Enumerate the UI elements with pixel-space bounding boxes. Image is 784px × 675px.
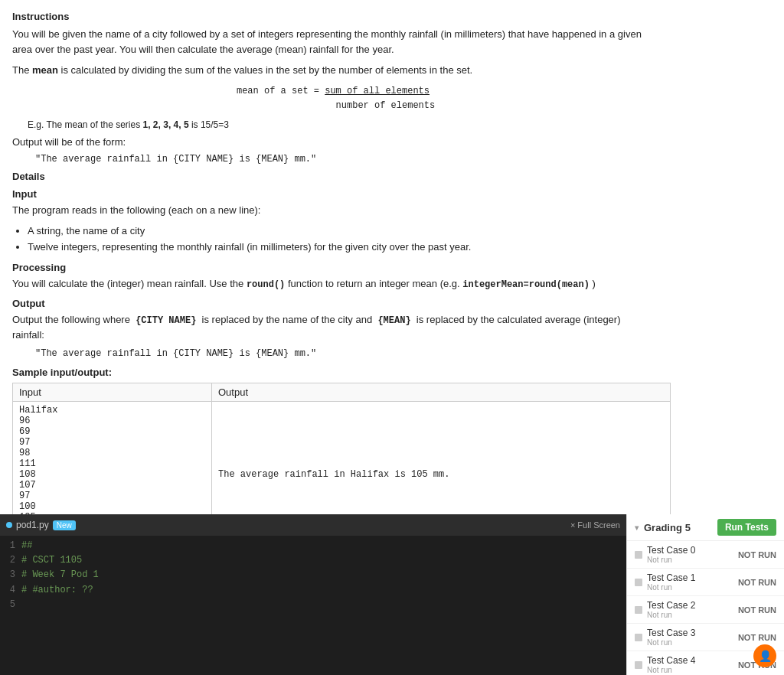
- test-case-info-1: Test Case 1 Not run: [647, 572, 695, 592]
- output-desc: Output the following where {CITY NAME} i…: [12, 312, 654, 343]
- input-heading: Input: [12, 188, 654, 200]
- test-case-name-2: Test Case 2: [647, 600, 695, 611]
- test-case-item-2[interactable]: Test Case 2 Not run NOT RUN: [627, 596, 784, 624]
- bottom-area: pod1.py New × Full Screen 1 ## 2 # CSCT …: [0, 514, 784, 675]
- test-case-icon-3: [635, 634, 642, 641]
- example-text: E.g. The mean of the series 1, 2, 3, 4, …: [28, 119, 654, 130]
- output-form-label: Output will be of the form:: [12, 136, 654, 148]
- input-col-header: Input: [13, 383, 212, 402]
- not-run-badge-3: NOT RUN: [738, 633, 776, 642]
- fullscreen-button[interactable]: × Full Screen: [570, 520, 620, 530]
- editor-content[interactable]: 1 ## 2 # CSCT 1105 3 # Week 7 Pod 1 4 # …: [0, 536, 626, 675]
- test-case-item-1[interactable]: Test Case 1 Not run NOT RUN: [627, 569, 784, 596]
- line-code-3: # Week 7 Pod 1: [21, 568, 99, 582]
- input-bullets: A string, the name of a city Twelve inte…: [28, 223, 654, 256]
- chevron-icon: ▾: [635, 523, 639, 532]
- mean-formula: mean of a set = sum of all elements numb…: [12, 84, 654, 113]
- profile-icon[interactable]: 👤: [753, 644, 776, 667]
- test-case-info-4: Test Case 4 Not run: [647, 655, 695, 674]
- test-case-sub-2: Not run: [647, 611, 695, 619]
- line-number-4: 4: [6, 583, 15, 598]
- grading-label: Grading: [644, 522, 682, 533]
- line-number-1: 1: [6, 539, 15, 553]
- main-content: Instructions You will be given the name …: [0, 0, 666, 559]
- line-code-2: # CSCT 1105: [21, 553, 82, 568]
- test-case-info-2: Test Case 2 Not run: [647, 600, 695, 619]
- test-case-sub-3: Not run: [647, 638, 695, 647]
- line-number-5: 5: [6, 598, 15, 612]
- line-code-1: ##: [21, 539, 32, 553]
- test-case-left-1: Test Case 1 Not run: [635, 572, 695, 592]
- instructions-title: Instructions: [12, 11, 654, 22]
- input-bullet-2: Twelve integers, representing the monthl…: [28, 240, 654, 256]
- test-case-icon-4: [635, 661, 642, 669]
- processing-desc: You will calculate the (integer) mean ra…: [12, 276, 654, 292]
- line-number-2: 2: [6, 553, 15, 568]
- grading-title: ▾ Grading 5: [635, 522, 691, 533]
- output-heading: Output: [12, 298, 654, 309]
- output-col-header: Output: [212, 383, 671, 402]
- editor-line-3: 3 # Week 7 Pod 1: [6, 568, 620, 582]
- intro-paragraph: You will be given the name of a city fol…: [12, 27, 654, 57]
- editor-tab[interactable]: pod1.py New: [6, 520, 76, 530]
- editor-line-4: 4 # #author: ??: [6, 583, 620, 598]
- editor-line-5: 5: [6, 598, 620, 612]
- details-heading: Details: [12, 171, 654, 182]
- not-run-badge-0: NOT RUN: [738, 550, 776, 559]
- run-tests-button[interactable]: Run Tests: [717, 519, 776, 536]
- input-desc: The program reads in the following (each…: [12, 203, 654, 218]
- fullscreen-label: × Full Screen: [570, 520, 620, 530]
- test-case-icon-0: [635, 551, 642, 559]
- test-case-info-3: Test Case 3 Not run: [647, 628, 695, 647]
- input-bullet-1: A string, the name of a city: [28, 223, 654, 240]
- test-case-sub-4: Not run: [647, 666, 695, 674]
- test-case-name-3: Test Case 3: [647, 628, 695, 638]
- not-run-badge-2: NOT RUN: [738, 605, 776, 615]
- test-case-sub-1: Not run: [647, 583, 695, 592]
- profile-avatar: 👤: [759, 650, 772, 662]
- output-final-code: "The average rainfall in {CITY NAME} is …: [35, 348, 654, 359]
- test-case-sub-0: Not run: [647, 556, 695, 564]
- test-case-left-2: Test Case 2 Not run: [635, 600, 695, 619]
- not-run-badge-1: NOT RUN: [738, 578, 776, 587]
- line-number-3: 3: [6, 568, 15, 582]
- test-case-left-4: Test Case 4 Not run: [635, 655, 695, 674]
- grading-header: ▾ Grading 5 Run Tests: [627, 514, 784, 541]
- tab-dot-icon: [6, 522, 12, 528]
- editor-line-1: 1 ##: [6, 539, 620, 553]
- line-code-4: # #author: ??: [21, 583, 93, 598]
- test-case-left-0: Test Case 0 Not run: [635, 545, 695, 564]
- output-form-code: "The average rainfall in {CITY NAME} is …: [35, 154, 654, 165]
- test-case-item-0[interactable]: Test Case 0 Not run NOT RUN: [627, 541, 784, 569]
- grading-count: 5: [685, 522, 691, 533]
- new-badge: New: [53, 520, 76, 530]
- test-case-info-0: Test Case 0 Not run: [647, 545, 695, 564]
- editor-line-2: 2 # CSCT 1105: [6, 553, 620, 568]
- test-case-name-4: Test Case 4: [647, 655, 695, 666]
- test-case-icon-2: [635, 606, 642, 614]
- editor-tab-bar: pod1.py New × Full Screen: [0, 514, 626, 536]
- sample-io-title: Sample input/output:: [12, 367, 654, 378]
- test-case-left-3: Test Case 3 Not run: [635, 628, 695, 647]
- test-case-icon-1: [635, 579, 642, 586]
- test-case-name-1: Test Case 1: [647, 572, 695, 583]
- editor-panel: pod1.py New × Full Screen 1 ## 2 # CSCT …: [0, 514, 626, 675]
- processing-heading: Processing: [12, 262, 654, 273]
- editor-filename: pod1.py: [16, 520, 49, 530]
- mean-desc: The mean is calculated by dividing the s…: [12, 63, 654, 78]
- test-case-name-0: Test Case 0: [647, 545, 695, 556]
